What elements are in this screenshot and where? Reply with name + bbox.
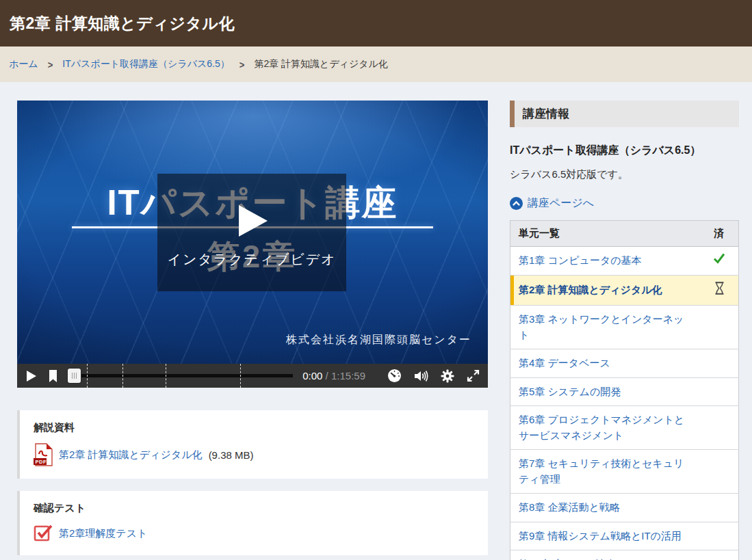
seekbar[interactable]: [68, 364, 296, 388]
seekbar-marker[interactable]: [240, 364, 241, 388]
play-button[interactable]: [25, 370, 37, 382]
content-area: ITパスポート講座 第2章 インタラクティブビデオ 株式会社浜名湖国際頭脳センタ…: [0, 82, 752, 560]
unit-link-ch6[interactable]: 第6章 プロジェクトマネジメントとサービスマネジメント: [519, 414, 684, 441]
time-display: 0:00 / 1:15:59: [302, 370, 365, 382]
video-start-overlay[interactable]: インタラクティブビデオ: [157, 174, 346, 291]
gear-icon: [441, 369, 454, 383]
unit-row: 第1章 コンピュータの基本: [510, 247, 739, 276]
unit-row: 第6章 プロジェクトマネジメントとサービスマネジメント: [510, 406, 739, 450]
sidebar-heading: 講座情報: [510, 101, 739, 127]
quiz-link[interactable]: 第2章理解度テスト: [59, 527, 147, 540]
quiz-checkbox-icon: [34, 524, 53, 543]
total-duration: 1:15:59: [331, 370, 365, 382]
unit-row: 第8章 企業活動と戦略: [510, 494, 739, 522]
interactive-video-player: ITパスポート講座 第2章 インタラクティブビデオ 株式会社浜名湖国際頭脳センタ…: [17, 101, 488, 388]
units-table-header: 単元一覧 済: [510, 221, 739, 247]
overlay-label: インタラクティブビデオ: [167, 250, 336, 269]
unit-row: 第4章 データベース: [510, 349, 739, 378]
playback-rate-button[interactable]: [387, 369, 402, 383]
breadcrumb-home-link[interactable]: ホーム: [9, 58, 38, 70]
quiz-link-row: 第2章理解度テスト: [34, 524, 474, 543]
pdf-file-icon: PDF: [34, 443, 53, 466]
course-note: シラバス6.5対応版です。: [510, 168, 739, 181]
unit-link-ch2[interactable]: 第2章 計算知識とディジタル化: [519, 284, 662, 295]
current-time: 0:00: [302, 370, 322, 382]
unit-row: 第5章 システムの開発: [510, 377, 739, 406]
breadcrumb-current-page: 第2章 計算知識とディジタル化: [254, 58, 388, 70]
unit-link-ch9[interactable]: 第9章 情報システム戦略とITの活用: [519, 530, 682, 542]
unit-row: 第9章 情報システム戦略とITの活用: [510, 522, 739, 550]
volume-button[interactable]: [414, 370, 428, 382]
page-root: 第2章 計算知識とディジタル化 ホーム > ITパスポート取得講座（シラバス6.…: [0, 0, 752, 560]
hourglass-icon: [714, 282, 725, 295]
materials-file-row: PDF 第2章 計算知識とディジタル化 (9.38 MB): [34, 443, 474, 466]
course-title: ITパスポート取得講座（シラバス6.5）: [510, 144, 739, 158]
seekbar-marker[interactable]: [87, 364, 88, 388]
fullscreen-icon: [467, 369, 480, 382]
materials-pdf-link[interactable]: 第2章 計算知識とディジタル化: [59, 449, 203, 462]
unit-link-ch7[interactable]: 第7章 セキュリティ技術とセキュリティ管理: [519, 457, 684, 485]
unit-row: 第3章 ネットワークとインターネット: [510, 306, 739, 349]
fullscreen-button[interactable]: [467, 369, 480, 382]
breadcrumb-course-link[interactable]: ITパスポート取得講座（シラバス6.5）: [62, 58, 230, 70]
quiz-card: 確認テスト 第2章理解度テスト: [17, 491, 488, 555]
quiz-heading: 確認テスト: [34, 502, 474, 515]
video-credit-text: 株式会社浜名湖国際頭脳センター: [286, 333, 471, 347]
chevron-up-circle-icon: [510, 197, 523, 210]
seekbar-handle[interactable]: [68, 369, 81, 383]
bookmark-icon: [48, 370, 58, 382]
main-column: ITパスポート講座 第2章 インタラクティブビデオ 株式会社浜名湖国際頭脳センタ…: [17, 101, 488, 555]
done-header-label: 済: [700, 221, 739, 247]
seekbar-track[interactable]: [81, 374, 293, 377]
breadcrumb: ホーム > ITパスポート取得講座（シラバス6.5） > 第2章 計算知識とディ…: [0, 46, 752, 82]
green-check-icon: [713, 253, 725, 264]
breadcrumb-separator-icon: >: [239, 58, 245, 70]
svg-text:PDF: PDF: [36, 459, 47, 465]
play-overlay-icon[interactable]: [232, 201, 272, 241]
course-info-sidebar: 講座情報 ITパスポート取得講座（シラバス6.5） シラバス6.5対応版です。 …: [510, 101, 739, 560]
unit-row-current: 第2章 計算知識とディジタル化: [510, 275, 739, 306]
materials-heading: 解説資料: [34, 421, 474, 434]
course-page-link[interactable]: 講座ページへ: [510, 196, 739, 211]
page-title: 第2章 計算知識とディジタル化: [10, 13, 235, 34]
materials-file-size: (9.38 MB): [209, 449, 254, 461]
units-header-label: 単元一覧: [510, 221, 701, 247]
unit-link-ch8[interactable]: 第8章 企業活動と戦略: [519, 501, 620, 513]
seekbar-marker[interactable]: [122, 364, 123, 388]
seekbar-marker[interactable]: [166, 364, 166, 388]
play-icon: [25, 370, 37, 382]
unit-row: 第7章 セキュリティ技術とセキュリティ管理: [510, 450, 739, 494]
units-table: 単元一覧 済 第1章 コンピュータの基本 第2章 計算知識: [510, 220, 739, 560]
video-control-bar: 0:00 / 1:15:59: [17, 364, 488, 388]
materials-card: 解説資料 PDF 第2章 計算知識とディジタル化 (9.38 MB): [17, 410, 488, 479]
unit-link-ch5[interactable]: 第5章 システムの開発: [519, 386, 621, 397]
time-separator: /: [322, 370, 331, 382]
unit-link-ch1[interactable]: 第1章 コンピュータの基本: [519, 254, 642, 266]
unit-link-ch4[interactable]: 第4章 データベース: [519, 357, 610, 369]
bookmark-button[interactable]: [48, 370, 58, 382]
settings-button[interactable]: [441, 369, 454, 383]
unit-link-ch3[interactable]: 第3章 ネットワークとインターネット: [519, 313, 684, 341]
control-right-icons: [375, 369, 480, 383]
video-stage[interactable]: ITパスポート講座 第2章 インタラクティブビデオ 株式会社浜名湖国際頭脳センタ…: [17, 101, 488, 364]
speedometer-icon: [387, 369, 402, 383]
volume-icon: [414, 370, 428, 382]
unit-row: 第10章 守るべき法令とルール: [510, 550, 739, 560]
course-page-link-label: 講座ページへ: [528, 196, 594, 211]
breadcrumb-separator-icon: >: [48, 58, 53, 70]
page-header: 第2章 計算知識とディジタル化: [0, 0, 752, 46]
